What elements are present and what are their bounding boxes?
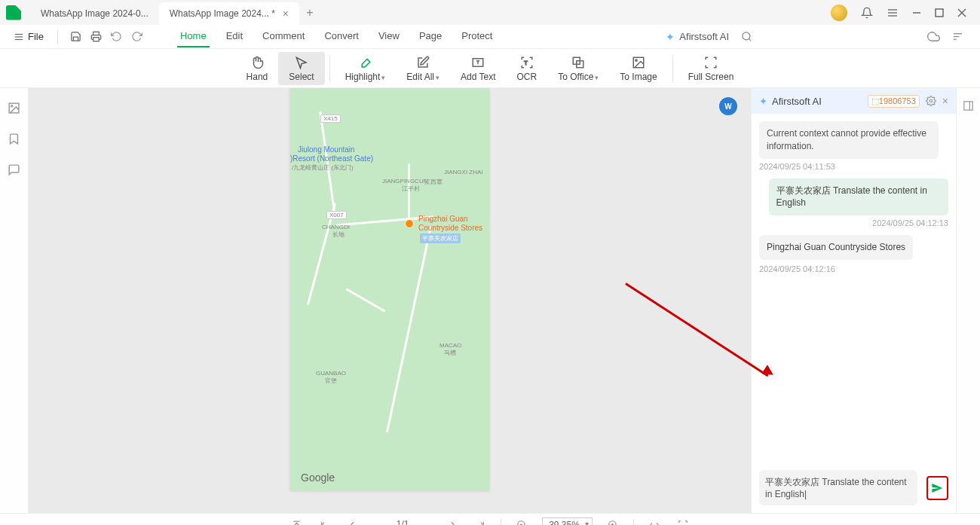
notifications-icon[interactable] (861, 7, 873, 19)
fullscreen-icon (704, 55, 718, 70)
scroll-top-icon[interactable] (289, 518, 305, 525)
next-page-icon[interactable] (445, 518, 461, 525)
print-icon[interactable] (86, 28, 106, 45)
menu-tab-edit[interactable]: Edit (223, 26, 246, 47)
ai-message-user: 平寨关农家店 Translate the content in English (769, 179, 948, 216)
maximize-icon[interactable] (935, 8, 944, 17)
edit-icon (416, 55, 430, 70)
map-label: 马槽 (444, 349, 456, 357)
ai-send-button[interactable] (926, 476, 948, 500)
bookmark-icon[interactable] (8, 133, 20, 145)
first-page-icon[interactable] (317, 518, 332, 525)
document-tab-active[interactable]: WhatsApp Image 2024... * × (159, 2, 299, 25)
menu-tab-comment[interactable]: Comment (259, 26, 308, 47)
ai-input-text: 平寨关农家店 Translate the content in English| (765, 476, 911, 499)
tool-label: Add Text (461, 72, 495, 82)
comment-icon[interactable] (8, 163, 20, 176)
edit-all-tool-button[interactable]: Edit All▾ (396, 52, 450, 85)
ai-message-reply: Pingzhai Guan Countryside Stores (759, 235, 913, 260)
redo-icon[interactable] (127, 28, 147, 45)
document-tab[interactable]: WhatsApp Image 2024-0... (30, 2, 159, 25)
highlighter-icon (358, 55, 372, 70)
close-window-icon[interactable] (957, 8, 966, 17)
tool-label: To Image (620, 72, 657, 82)
menu-tabs: Home Edit Comment Convert View Page Prot… (177, 26, 496, 47)
close-tab-icon[interactable]: × (283, 8, 289, 20)
menu-tab-home[interactable]: Home (177, 26, 210, 47)
ai-credit-badge: ⬚19806753 (868, 95, 920, 108)
svg-point-25 (11, 105, 13, 107)
menu-right-icons (927, 30, 972, 43)
tab-label: WhatsApp Image 2024-0... (41, 8, 149, 19)
menu-bar: File Home Edit Comment Convert View Page… (0, 25, 980, 49)
cloud-icon[interactable] (927, 30, 940, 43)
tool-label: Hand (247, 72, 268, 82)
ocr-icon: T (520, 55, 534, 70)
gear-icon[interactable] (926, 96, 936, 106)
ocr-tool-button[interactable]: T OCR (507, 52, 548, 85)
menu-tab-view[interactable]: View (375, 26, 403, 47)
panel-toggle-icon[interactable] (963, 100, 974, 111)
highlight-tool-button[interactable]: Highlight▾ (335, 52, 397, 85)
map-watermark: Google (301, 472, 335, 484)
tool-label: Select (289, 72, 314, 82)
minimize-icon[interactable] (912, 8, 921, 17)
to-image-tool-button[interactable]: To Image (609, 52, 667, 85)
left-sidebar (0, 88, 29, 513)
hamburger-menu-icon[interactable] (887, 7, 899, 19)
ai-input-field[interactable]: 平寨关农家店 Translate the content in English| (759, 470, 917, 505)
map-road-badge: X415 (320, 114, 341, 123)
select-tool-button[interactable]: Select (278, 52, 324, 85)
sliders-icon[interactable] (952, 31, 963, 42)
svg-rect-4 (936, 9, 943, 17)
hand-tool-button[interactable]: Hand (236, 52, 279, 85)
export-word-button[interactable]: W (719, 97, 737, 115)
app-logo-icon (6, 5, 21, 20)
add-text-tool-button[interactable]: Add Text (450, 52, 506, 85)
ai-menu-button[interactable]: ✦ Afirstsoft AI (666, 31, 729, 43)
svg-text:T: T (524, 60, 528, 66)
ribbon-toolbar: Hand Select Highlight▾ Edit All▾ Add Tex… (0, 49, 980, 88)
user-avatar-icon[interactable] (831, 5, 847, 21)
map-label: JIANGPINGCUN (382, 178, 427, 185)
tool-label: To Office▾ (558, 72, 599, 82)
zoom-in-icon[interactable] (605, 518, 621, 526)
divider (57, 30, 58, 44)
ai-input-area: 平寨关农家店 Translate the content in English| (752, 462, 956, 513)
close-panel-icon[interactable]: × (942, 95, 948, 107)
fit-page-icon[interactable] (675, 518, 691, 526)
zoom-out-icon[interactable] (513, 518, 530, 526)
map-marker-icon (405, 219, 414, 228)
map-label: 江平村 (402, 185, 420, 193)
send-icon (931, 482, 943, 494)
undo-icon[interactable] (106, 28, 127, 45)
svg-point-26 (929, 99, 933, 102)
fullscreen-tool-button[interactable]: Full Screen (678, 52, 745, 85)
page-indicator[interactable]: 1/1 (372, 519, 433, 525)
ai-panel-title: Afirstsoft AI (772, 96, 822, 107)
main-area: X415 X007 Jiulong Mountain )Resort (Nort… (0, 88, 980, 513)
fit-width-icon[interactable] (646, 518, 663, 526)
ai-menu-label: Afirstsoft AI (679, 31, 729, 42)
map-label: Countryside Stores (418, 224, 482, 232)
last-page-icon[interactable] (473, 518, 488, 525)
thumbnails-icon[interactable] (8, 102, 20, 114)
menu-tab-page[interactable]: Page (416, 26, 445, 47)
map-label: 长地 (332, 230, 345, 239)
map-label: 江西塞 (424, 178, 443, 186)
save-icon[interactable] (66, 28, 86, 45)
status-bar: 1/1 39.35% (0, 513, 980, 525)
file-menu-button[interactable]: File (8, 29, 50, 44)
zoom-level-select[interactable]: 39.35% (542, 517, 593, 526)
menu-tab-protect[interactable]: Protect (458, 26, 495, 47)
svg-point-23 (635, 59, 637, 60)
timestamp: 2024/09/25 04:12:16 (759, 264, 948, 273)
file-menu-label: File (28, 31, 44, 42)
document-viewport[interactable]: X415 X007 Jiulong Mountain )Resort (Nort… (29, 88, 751, 513)
search-icon[interactable] (737, 28, 757, 45)
new-tab-button[interactable]: + (299, 6, 320, 20)
prev-page-icon[interactable] (345, 518, 360, 525)
menu-tab-convert[interactable]: Convert (321, 26, 362, 47)
map-road-badge: X007 (326, 211, 347, 219)
to-office-tool-button[interactable]: To Office▾ (547, 52, 609, 85)
